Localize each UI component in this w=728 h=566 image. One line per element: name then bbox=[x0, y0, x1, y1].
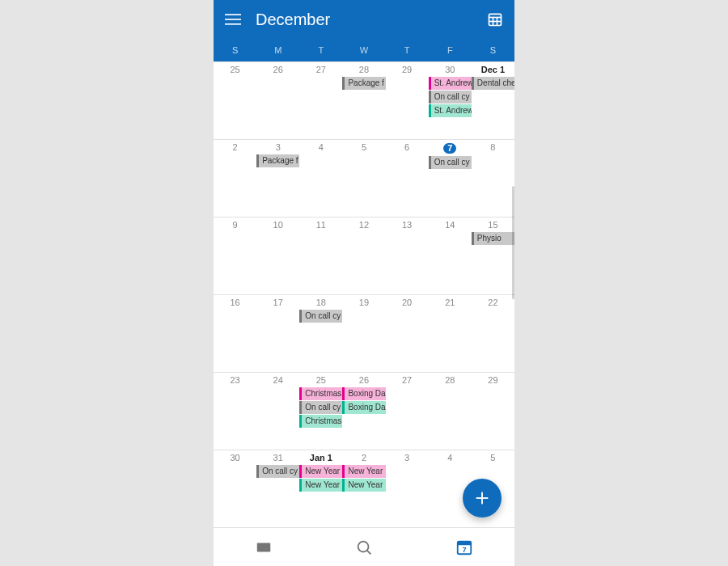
calendar-day[interactable]: 25ChristmasOn call cyChristmas bbox=[299, 373, 342, 450]
calendar-day[interactable]: 11 bbox=[299, 218, 342, 294]
calendar-day[interactable]: 19 bbox=[342, 295, 385, 372]
calendar-day[interactable]: 31On call cy bbox=[256, 450, 299, 527]
calendar-day[interactable]: 30 bbox=[214, 450, 256, 527]
calendar-day[interactable]: 8 bbox=[472, 140, 514, 217]
event-chip[interactable]: On call cy bbox=[256, 465, 299, 478]
event-chip[interactable]: Boxing Da bbox=[342, 401, 385, 414]
event-chip[interactable]: Physio bbox=[472, 232, 514, 245]
event-list bbox=[299, 154, 342, 155]
event-list bbox=[429, 464, 472, 466]
event-list: Boxing DaBoxing Da bbox=[342, 386, 385, 415]
calendar-day[interactable]: 12 bbox=[342, 218, 385, 294]
day-number: 30 bbox=[429, 62, 472, 76]
calendar-day[interactable]: 3Package f bbox=[256, 140, 299, 217]
calendar-day[interactable]: 30St. AndrewOn call cySt. Andrew bbox=[429, 62, 472, 139]
calendar-day[interactable]: 3 bbox=[386, 450, 429, 527]
day-number: 22 bbox=[472, 295, 514, 309]
day-number: 18 bbox=[299, 295, 342, 309]
svg-text:7: 7 bbox=[462, 545, 466, 553]
event-chip[interactable]: Boxing Da bbox=[342, 387, 385, 400]
calendar-day[interactable]: 24 bbox=[256, 373, 299, 450]
month-view-icon[interactable] bbox=[485, 10, 505, 29]
calendar-day[interactable]: 28 bbox=[429, 373, 472, 450]
weekday-label: F bbox=[429, 39, 472, 61]
event-chip[interactable]: New Year bbox=[342, 479, 385, 492]
page-title[interactable]: December bbox=[256, 11, 472, 29]
calendar-day[interactable]: 26 bbox=[256, 62, 299, 139]
day-number: 30 bbox=[214, 450, 256, 464]
calendar-day[interactable]: 2New YearNew Year bbox=[342, 450, 385, 527]
event-list: On call cy bbox=[299, 309, 342, 323]
nav-calendar-icon[interactable]: 7 bbox=[414, 528, 514, 566]
day-number: 26 bbox=[256, 62, 299, 76]
calendar-day[interactable]: 17 bbox=[256, 295, 299, 372]
event-chip[interactable]: St. Andrew bbox=[429, 104, 472, 117]
event-chip[interactable]: On call cy bbox=[429, 156, 472, 169]
day-number: 4 bbox=[299, 140, 342, 154]
day-number: 5 bbox=[472, 450, 514, 464]
svg-rect-0 bbox=[225, 14, 241, 15]
calendar-day[interactable]: 4 bbox=[299, 140, 342, 217]
calendar-day[interactable]: 16 bbox=[214, 295, 256, 372]
calendar-day[interactable]: 27 bbox=[386, 373, 429, 450]
calendar-week: 232425ChristmasOn call cyChristmas26Boxi… bbox=[214, 372, 514, 450]
calendar-day[interactable]: Jan 1New YearNew Year bbox=[299, 450, 342, 527]
event-chip[interactable]: Package f bbox=[256, 154, 299, 167]
calendar-day[interactable]: 28Package f bbox=[342, 62, 385, 139]
event-chip[interactable]: Dental che bbox=[472, 77, 514, 90]
day-number: 14 bbox=[429, 218, 472, 231]
event-list bbox=[386, 464, 429, 466]
weekday-label: S bbox=[214, 39, 256, 61]
event-chip[interactable]: New Year bbox=[299, 479, 342, 492]
day-number: 4 bbox=[429, 450, 472, 464]
event-chip[interactable]: New Year bbox=[342, 465, 385, 478]
calendar-day[interactable]: 21 bbox=[429, 295, 472, 372]
weekday-label: T bbox=[299, 39, 342, 61]
calendar-day[interactable]: Dec 1Dental che bbox=[472, 62, 514, 139]
svg-rect-13 bbox=[458, 541, 472, 545]
calendar-day[interactable]: 27 bbox=[299, 62, 342, 139]
svg-point-10 bbox=[358, 541, 369, 551]
event-chip[interactable]: New Year bbox=[299, 465, 342, 478]
event-chip[interactable]: On call cy bbox=[299, 401, 342, 414]
nav-mail-icon[interactable] bbox=[214, 528, 314, 566]
calendar-day[interactable]: 20 bbox=[386, 295, 429, 372]
nav-search-icon[interactable] bbox=[314, 528, 414, 566]
event-chip[interactable]: Christmas bbox=[299, 387, 342, 400]
calendar-day[interactable]: 2 bbox=[214, 140, 256, 217]
event-chip[interactable]: Christmas bbox=[299, 415, 342, 428]
calendar-day[interactable]: 23 bbox=[214, 373, 256, 450]
weekday-label: M bbox=[256, 39, 299, 61]
day-number: 5 bbox=[342, 140, 385, 154]
day-number: 27 bbox=[386, 373, 429, 386]
event-list bbox=[429, 309, 472, 310]
event-chip[interactable]: Package f bbox=[342, 77, 385, 90]
day-number: 19 bbox=[342, 295, 385, 309]
add-event-button[interactable] bbox=[463, 479, 502, 517]
calendar-day[interactable]: 29 bbox=[472, 373, 514, 450]
calendar-day[interactable]: 18On call cy bbox=[299, 295, 342, 372]
event-chip[interactable]: On call cy bbox=[429, 91, 472, 103]
event-list bbox=[386, 231, 429, 233]
event-chip[interactable]: St. Andrew bbox=[429, 77, 472, 90]
calendar-day[interactable]: 26Boxing DaBoxing Da bbox=[342, 373, 385, 450]
day-number: Dec 1 bbox=[472, 62, 514, 76]
calendar-day[interactable]: 29 bbox=[386, 62, 429, 139]
calendar-day[interactable]: 10 bbox=[256, 218, 299, 294]
day-number: 26 bbox=[342, 373, 385, 386]
calendar-day[interactable]: 25 bbox=[214, 62, 256, 139]
event-chip[interactable]: On call cy bbox=[299, 310, 342, 323]
calendar-day[interactable]: 5 bbox=[342, 140, 385, 217]
calendar-day[interactable]: 6 bbox=[386, 140, 429, 217]
calendar-day[interactable]: 14 bbox=[429, 218, 472, 294]
svg-rect-2 bbox=[225, 23, 241, 25]
calendar-day[interactable]: 13 bbox=[386, 218, 429, 294]
day-number: 27 bbox=[299, 62, 342, 76]
calendar-day[interactable]: 7On call cy bbox=[429, 140, 472, 217]
calendar-day[interactable]: 15Physio bbox=[472, 218, 514, 294]
event-list bbox=[386, 154, 429, 155]
calendar-day[interactable]: 9 bbox=[214, 218, 256, 294]
calendar-day[interactable]: 22 bbox=[472, 295, 514, 372]
bottom-nav: 7 bbox=[214, 527, 514, 566]
menu-icon[interactable] bbox=[223, 10, 243, 29]
